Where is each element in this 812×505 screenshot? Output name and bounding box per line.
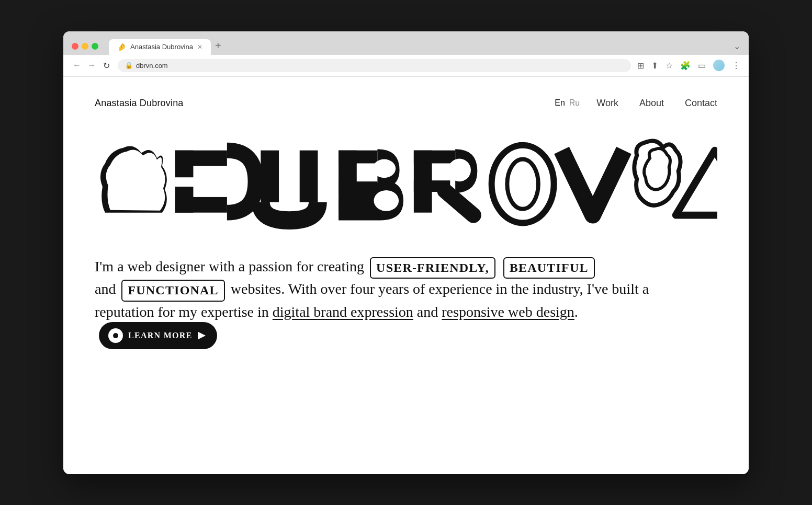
svg-rect-2 (175, 197, 227, 212)
lang-en[interactable]: En (555, 98, 565, 108)
nav-contact-link[interactable]: Contact (685, 98, 717, 109)
arrow-icon: ▶ (198, 329, 206, 342)
digital-brand-link[interactable]: digital brand expression (273, 304, 413, 320)
svg-point-10 (373, 159, 396, 178)
site-logo[interactable]: Anastasia Dubrovina (95, 98, 184, 109)
menu-icon[interactable]: ⋮ (732, 61, 740, 71)
new-tab-button[interactable]: + (211, 38, 225, 54)
letter-b (339, 150, 403, 220)
tag-user-friendly: USER-FRIENDLY, (370, 257, 495, 279)
traffic-lights (72, 43, 98, 50)
svg-point-16 (492, 145, 554, 223)
tab-title: Anastasia Dubrovina (130, 43, 193, 51)
url-text: dbrvn.com (136, 62, 168, 70)
share-icon[interactable]: ⬆ (651, 61, 658, 71)
title-bar: 🤌 Anastasia Dubrovina ✕ + ⌄ (63, 31, 749, 55)
tag-beautiful: BEAUTIFUL (503, 257, 595, 279)
tabs-bar: 🤌 Anastasia Dubrovina ✕ + (109, 38, 729, 55)
sidebar-icon[interactable]: ▭ (698, 61, 706, 71)
bookmark-icon[interactable]: ☆ (666, 61, 673, 71)
toolbar-icons: ⊞ ⬆ ☆ 🧩 ▭ ⋮ (637, 60, 740, 71)
nav-right: En Ru Work About Contact (555, 98, 717, 109)
svg-point-15 (448, 158, 471, 181)
description-before: I'm a web designer with a passion for cr… (95, 258, 364, 274)
svg-point-11 (374, 190, 399, 211)
nav-work-link[interactable]: Work (596, 98, 618, 109)
avatar[interactable] (713, 60, 725, 71)
website-content: Anastasia Dubrovina En Ru Work About Con… (63, 77, 749, 474)
address-bar: ← → ↻ 🔒 dbrvn.com ⊞ ⬆ ☆ 🧩 ▭ ⋮ (63, 55, 749, 77)
letter-i (634, 141, 680, 205)
lang-ru[interactable]: Ru (569, 98, 580, 108)
security-icon: 🔒 (125, 62, 133, 69)
extension-icon[interactable]: 🧩 (680, 61, 691, 71)
letter-d (100, 146, 256, 212)
browser-window: 🤌 Anastasia Dubrovina ✕ + ⌄ ← → ↻ 🔒 dbrv… (63, 31, 749, 474)
close-button[interactable] (72, 43, 78, 50)
translate-icon[interactable]: ⊞ (637, 61, 644, 71)
browser-chrome: 🤌 Anastasia Dubrovina ✕ + ⌄ ← → ↻ 🔒 dbrv… (63, 31, 749, 77)
lang-switcher: En Ru (555, 98, 580, 108)
hero-description: I'm a web designer with a passion for cr… (95, 256, 670, 349)
learn-more-button[interactable]: LEARN MORE ▶ (99, 322, 217, 349)
svg-rect-13 (414, 150, 455, 163)
site-nav: Anastasia Dubrovina En Ru Work About Con… (95, 98, 717, 109)
maximize-button[interactable] (92, 43, 98, 50)
url-bar[interactable]: 🔒 dbrvn.com (118, 59, 631, 72)
active-tab[interactable]: 🤌 Anastasia Dubrovina ✕ (109, 39, 211, 55)
hero-title (95, 130, 717, 235)
svg-rect-3 (175, 177, 217, 187)
letter-o (492, 145, 554, 223)
back-button[interactable]: ← (72, 61, 82, 70)
letter-v (561, 150, 624, 215)
circle-icon (108, 328, 123, 343)
description-and: and (95, 281, 116, 297)
tab-close-button[interactable]: ✕ (197, 43, 202, 51)
svg-rect-5 (300, 150, 318, 202)
svg-rect-4 (261, 150, 279, 202)
svg-rect-7 (339, 150, 377, 163)
responsive-design-link[interactable]: responsive web design (442, 304, 574, 320)
nav-buttons: ← → ↻ (72, 61, 111, 71)
svg-point-17 (507, 159, 538, 209)
period: . (574, 304, 578, 320)
tag-functional: FUNCTIONAL (121, 280, 224, 302)
hero-title-svg (95, 130, 717, 233)
letter-r (414, 150, 476, 215)
reload-button[interactable]: ↻ (101, 61, 111, 71)
svg-rect-1 (175, 150, 227, 166)
nav-about-link[interactable]: About (639, 98, 664, 109)
cta-label: LEARN MORE (128, 330, 193, 341)
window-expand-icon[interactable]: ⌄ (734, 41, 740, 51)
minimize-button[interactable] (82, 43, 88, 50)
link-connector: and (417, 304, 438, 320)
tab-favicon: 🤌 (117, 43, 126, 51)
forward-button[interactable]: → (86, 61, 97, 70)
letter-u (261, 150, 318, 220)
nav-links: Work About Contact (596, 98, 717, 109)
